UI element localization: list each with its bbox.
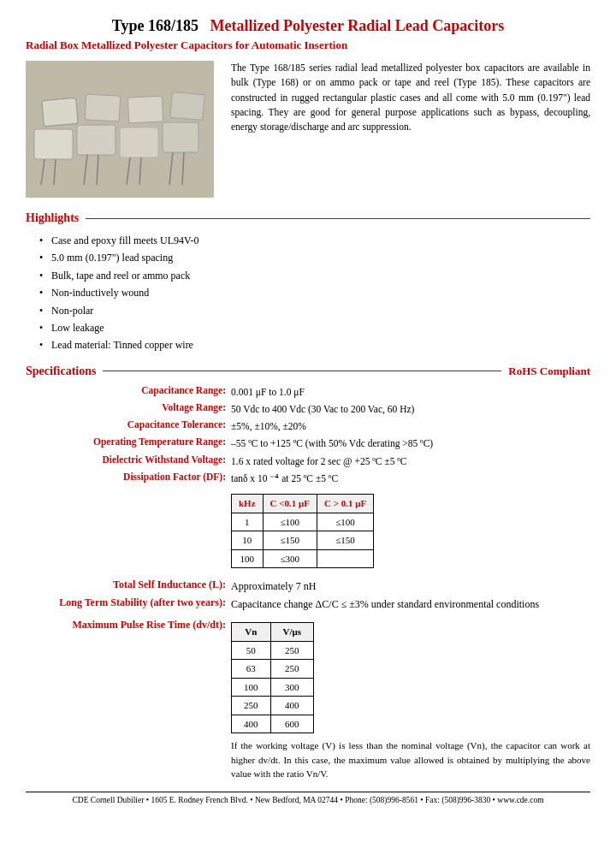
df-col-c1: C <0.1 μF (263, 495, 317, 513)
pulse-cell: 250 (232, 697, 271, 715)
df-cell: 10 (232, 531, 264, 550)
highlights-divider (86, 218, 590, 219)
df-row: 100≤300 (232, 549, 374, 568)
pulse-table: Vn V/μs 5025063250100300250400400600 (231, 622, 314, 733)
pulse-col-vn: Vn (232, 623, 271, 642)
df-cell: 1 (232, 513, 264, 531)
df-table-block: kHz C <0.1 μF C > 0.1 μF 1≤100≤10010≤150… (34, 489, 590, 573)
footer-text: CDE Cornell Dubilier • 1605 E. Rodney Fr… (72, 796, 543, 804)
type-label: Type 168/185 (112, 17, 198, 34)
pulse-cell: 250 (270, 660, 314, 679)
highlight-item: Bulk, tape and reel or ammo pack (51, 267, 590, 284)
pulse-cell: 600 (270, 715, 314, 733)
pulse-col-vus: V/μs (270, 623, 314, 642)
specifications-title: Specifications (26, 365, 96, 378)
specs-content: Capacitance Range:0.001 μF to 1.0 μFVolt… (26, 385, 590, 781)
df-cell: ≤100 (317, 513, 373, 531)
df-cell: ≤150 (317, 531, 373, 550)
spec-row: Dielectric Withstand Voltage:1.6 x rated… (34, 454, 590, 469)
df-row: 10≤150≤150 (232, 531, 374, 550)
highlight-item: Lead material: Tinned copper wire (51, 336, 590, 353)
pulse-row: 100300 (232, 678, 314, 697)
df-cell: ≤150 (263, 531, 317, 550)
df-table-container: kHz C <0.1 μF C > 0.1 μF 1≤100≤10010≤150… (231, 489, 590, 573)
spec-value: tanδ x 10 ⁻⁴ at 25 ºC ±5 ºC (231, 472, 590, 486)
inductance-value: Approximately 7 nH (231, 578, 590, 594)
df-col-c2: C > 0.1 μF (317, 495, 373, 513)
specifications-divider (103, 371, 501, 371)
pulse-block: Maximum Pulse Rise Time (dv/dt): Vn V/μs… (34, 619, 590, 781)
svg-rect-17 (26, 61, 214, 198)
highlight-item: Non-inductively wound (51, 284, 590, 301)
df-cell: ≤300 (263, 549, 317, 568)
df-col-khz: kHz (232, 495, 264, 513)
pulse-cell: 250 (270, 641, 314, 660)
spec-row: Voltage Range:50 Vdc to 400 Vdc (30 Vac … (34, 402, 590, 417)
pulse-label: Maximum Pulse Rise Time (dv/dt): (34, 619, 231, 632)
stability-block: Long Term Stability (after two years): C… (34, 596, 590, 612)
highlight-item: Non-polar (51, 302, 590, 319)
page-footer: CDE Cornell Dubilier • 1605 E. Rodney Fr… (26, 792, 590, 804)
df-table: kHz C <0.1 μF C > 0.1 μF 1≤100≤10010≤150… (231, 494, 374, 568)
pulse-cell: 50 (232, 641, 271, 660)
stability-label: Long Term Stability (after two years): (34, 596, 231, 609)
df-cell: 100 (232, 549, 264, 568)
spec-label: Dissipation Factor (DF): (34, 472, 231, 482)
product-image (26, 61, 214, 198)
rohs-label: RoHS Compliant (508, 365, 590, 378)
pulse-row: 63250 (232, 660, 314, 679)
spec-row: Dissipation Factor (DF):tanδ x 10 ⁻⁴ at … (34, 472, 590, 486)
spec-value: 0.001 μF to 1.0 μF (231, 385, 590, 400)
pulse-content: Vn V/μs 5025063250100300250400400600 If … (231, 619, 590, 781)
page-title: Type 168/185 Metallized Polyester Radial… (26, 17, 590, 35)
pulse-note: If the working voltage (V) is less than … (231, 738, 590, 781)
spec-label: Dielectric Withstand Voltage: (34, 454, 231, 465)
df-cell (317, 549, 373, 568)
spec-value: ±5%, ±10%, ±20% (231, 419, 590, 434)
intro-text: The Type 168/185 series radial lead meta… (231, 61, 590, 198)
subtitle: Radial Box Metallized Polyester Capacito… (26, 39, 590, 52)
spec-row: Capacitance Range:0.001 μF to 1.0 μF (34, 385, 590, 400)
highlights-header: Highlights (26, 211, 590, 225)
highlights-list: Case and epoxy fill meets UL94V-05.0 mm … (51, 232, 590, 354)
spec-value: 50 Vdc to 400 Vdc (30 Vac to 200 Vac, 60… (231, 402, 590, 417)
pulse-cell: 400 (232, 715, 271, 733)
spec-value: 1.6 x rated voltage for 2 sec @ +25 ºC ±… (231, 454, 590, 469)
pulse-cell: 300 (270, 678, 314, 697)
specifications-header: Specifications RoHS Compliant (26, 365, 590, 378)
pulse-cell: 400 (270, 697, 314, 715)
pulse-row: 250400 (232, 697, 314, 715)
spec-row: Capacitance Tolerance:±5%, ±10%, ±20% (34, 419, 590, 434)
type-desc: Metallized Polyester Radial Lead Capacit… (210, 17, 505, 34)
inductance-label: Total Self Inductance (L): (34, 578, 231, 591)
df-row: 1≤100≤100 (232, 513, 374, 531)
spec-label: Operating Temperature Range: (34, 436, 231, 447)
highlights-title: Highlights (26, 211, 79, 225)
inductance-block: Total Self Inductance (L): Approximately… (34, 578, 590, 594)
highlight-item: Case and epoxy fill meets UL94V-0 (51, 232, 590, 249)
pulse-row: 50250 (232, 641, 314, 660)
df-cell: ≤100 (263, 513, 317, 531)
spec-row: Operating Temperature Range:–55 ºC to +1… (34, 436, 590, 451)
spec-label: Capacitance Tolerance: (34, 419, 231, 430)
highlight-item: 5.0 mm (0.197") lead spacing (51, 249, 590, 266)
spec-label: Voltage Range: (34, 402, 231, 412)
spec-value: –55 ºC to +125 ºC (with 50% Vdc derating… (231, 436, 590, 451)
pulse-row: 400600 (232, 715, 314, 733)
spec-label: Capacitance Range: (34, 385, 231, 395)
highlight-item: Low leakage (51, 319, 590, 336)
pulse-cell: 100 (232, 678, 271, 697)
stability-value: Capacitance change ΔC/C ≤ ±3% under stan… (231, 596, 590, 612)
pulse-cell: 63 (232, 660, 271, 679)
intro-section: The Type 168/185 series radial lead meta… (26, 61, 590, 198)
